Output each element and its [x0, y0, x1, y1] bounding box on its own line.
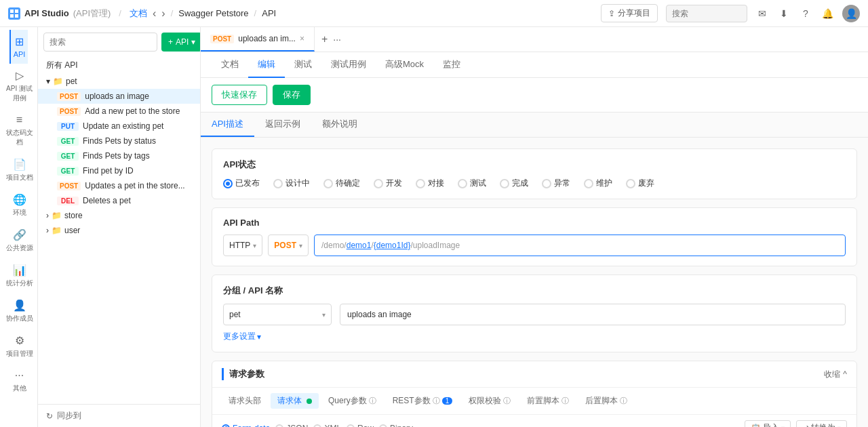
tree-item-find-by-id[interactable]: GET Find pet by ID — [38, 163, 200, 178]
tab-add-icon[interactable]: + — [321, 33, 328, 45]
breadcrumb-swagger[interactable]: 文档 — [130, 7, 147, 20]
tab-test-case[interactable]: 测试用例 — [321, 52, 376, 78]
nav-project-doc[interactable]: 📄 项目文档 — [2, 152, 36, 188]
radio-testing — [458, 179, 467, 188]
status-deprecated[interactable]: 废弃 — [626, 178, 654, 189]
user-folder[interactable]: › 📁 user — [38, 223, 200, 238]
nav-status-doc[interactable]: ≡ 状态码文档 — [0, 108, 37, 152]
user-group: › 📁 user — [38, 223, 200, 238]
folder-chevron: › — [46, 226, 49, 235]
api-name-display[interactable]: uploads an image — [340, 304, 846, 325]
method-get-badge: GET — [57, 167, 79, 176]
tab-rest[interactable]: REST参数 ⓘ 1 — [386, 393, 460, 409]
format-tabs: Form-data JSON XML Raw — [212, 415, 856, 427]
save-button[interactable]: 保存 — [273, 85, 311, 105]
status-error[interactable]: 异常 — [542, 178, 570, 189]
store-folder[interactable]: › 📁 store — [38, 208, 200, 223]
path-input-display[interactable]: /demo/demo1/{demo1Id}/uploadImage — [314, 235, 846, 256]
import-button[interactable]: 📋 导入 ▾ — [745, 420, 791, 427]
status-published[interactable]: 已发布 — [223, 178, 260, 189]
tab-advanced-mock[interactable]: 高级Mock — [376, 52, 433, 78]
sidebar-search[interactable] — [43, 33, 157, 52]
section-tab-return[interactable]: 返回示例 — [254, 113, 311, 137]
download-icon[interactable]: ⬇ — [777, 7, 791, 20]
tab-close-icon[interactable]: × — [300, 34, 304, 43]
help-icon[interactable]: ? — [799, 7, 812, 20]
notification-icon[interactable]: 🔔 — [821, 7, 834, 20]
env-icon: 🌐 — [13, 193, 26, 206]
all-api-item[interactable]: 所有 API — [38, 57, 200, 74]
tab-query[interactable]: Query参数 ⓘ — [321, 393, 383, 409]
more-settings-link[interactable]: 更多设置 ▾ — [223, 331, 846, 342]
status-dev[interactable]: 开发 — [374, 178, 402, 189]
tab-request-header[interactable]: 请求头部 — [222, 393, 268, 409]
status-designing[interactable]: 设计中 — [273, 178, 310, 189]
active-tab[interactable]: POST uploads an im... × — [201, 27, 315, 52]
nav-api[interactable]: ⊞ API — [9, 30, 28, 64]
svg-rect-0 — [10, 9, 14, 13]
tree-item-uploads[interactable]: POST uploads an image — [38, 89, 200, 104]
nav-api-test[interactable]: ▷ API 测试用例 — [0, 64, 37, 108]
path-link1[interactable]: demo1 — [347, 241, 372, 250]
tab-edit[interactable]: 编辑 — [248, 52, 285, 78]
tab-doc[interactable]: 文档 — [212, 52, 248, 78]
format-json[interactable]: JSON — [275, 424, 308, 428]
convert-button[interactable]: ⇄ 转换为 ▾ — [796, 420, 847, 427]
nav-stats[interactable]: 📊 统计分析 — [2, 258, 36, 293]
nav-forward-icon[interactable]: › — [161, 7, 165, 20]
search-input[interactable] — [666, 5, 747, 22]
tab-menu-icon[interactable]: ··· — [333, 34, 341, 45]
tab-request-body[interactable]: 请求体 — [271, 393, 319, 409]
format-raw[interactable]: Raw — [347, 424, 374, 428]
store-group: › 📁 store — [38, 208, 200, 223]
format-binary[interactable]: Binary — [379, 424, 413, 428]
status-maintain[interactable]: 维护 — [584, 178, 612, 189]
tree-item-finds-by-status[interactable]: GET Finds Pets by status — [38, 134, 200, 148]
group-row: pet ▾ uploads an image — [223, 304, 846, 325]
status-testing[interactable]: 测试 — [458, 178, 486, 189]
svg-rect-3 — [15, 14, 18, 18]
more-icon: ··· — [15, 369, 24, 382]
collapse-button[interactable]: 收缩 ^ — [824, 369, 847, 380]
tab-monitor[interactable]: 监控 — [433, 52, 470, 78]
nav-project-mgmt[interactable]: ⚙ 项目管理 — [2, 329, 36, 364]
path-link2[interactable]: {demo1Id} — [374, 241, 411, 250]
tab-post-script[interactable]: 后置脚本 ⓘ — [578, 393, 634, 409]
status-done[interactable]: 完成 — [500, 178, 528, 189]
avatar[interactable]: 👤 — [842, 5, 860, 22]
tree-item-updates-pet[interactable]: POST Updates a pet in the store... — [38, 178, 200, 193]
section-tab-api-desc[interactable]: API描述 — [201, 113, 254, 137]
tree-item-finds-by-tags[interactable]: GET Finds Pets by tags — [38, 148, 200, 163]
tree-item-add-pet[interactable]: POST Add a new pet to the store — [38, 104, 200, 119]
tree-item-delete-pet[interactable]: DEL Deletes a pet — [38, 193, 200, 208]
message-icon[interactable]: ✉ — [755, 7, 769, 20]
format-form-data[interactable]: Form-data — [222, 424, 270, 428]
section-tabs: API描述 返回示例 额外说明 — [201, 113, 868, 138]
rest-count-badge: 1 — [442, 397, 453, 405]
tree-item-update-pet[interactable]: PUT Update an existing pet — [38, 119, 200, 134]
pet-folder[interactable]: ▾ 📁 pet — [38, 74, 200, 89]
api-path-row: HTTP ▾ POST ▾ /demo/demo1/{demo1Id}/uplo… — [223, 235, 846, 256]
nav-more[interactable]: ··· 其他 — [9, 364, 29, 399]
tab-auth[interactable]: 权限校验 ⓘ — [462, 393, 517, 409]
nav-env[interactable]: 🌐 环境 — [9, 188, 29, 223]
http-select[interactable]: HTTP ▾ — [223, 235, 262, 256]
breadcrumb-api: API — [262, 8, 276, 18]
status-pending[interactable]: 待确定 — [323, 178, 360, 189]
nav-members[interactable]: 👤 协作成员 — [2, 293, 36, 329]
method-post-badge: POST — [57, 182, 81, 190]
stats-icon: 📊 — [13, 264, 26, 277]
fast-save-button[interactable]: 快速保存 — [212, 85, 267, 105]
section-tab-extra[interactable]: 额外说明 — [311, 113, 368, 137]
radio-deprecated — [626, 179, 635, 188]
tab-test[interactable]: 测试 — [285, 52, 321, 78]
tab-pre-script[interactable]: 前置脚本 ⓘ — [520, 393, 576, 409]
share-button[interactable]: ⇪ 分享项目 — [601, 4, 658, 22]
group-select[interactable]: pet ▾ — [223, 304, 332, 325]
nav-public[interactable]: 🔗 公共资源 — [2, 223, 36, 258]
format-xml[interactable]: XML — [313, 424, 341, 428]
status-integration[interactable]: 对接 — [416, 178, 444, 189]
add-api-button[interactable]: + API ▾ — [161, 33, 201, 52]
nav-back-icon[interactable]: ‹ — [153, 7, 156, 20]
method-select[interactable]: POST ▾ — [268, 235, 309, 256]
